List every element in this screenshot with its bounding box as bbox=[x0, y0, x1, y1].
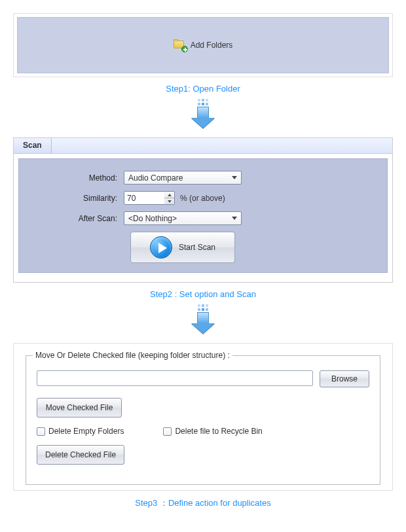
browse-button[interactable]: Browse bbox=[320, 370, 369, 387]
step3-groupbox: Move Or Delete Checked file (keeping fol… bbox=[26, 355, 380, 485]
method-value: Audio Compare bbox=[128, 173, 183, 183]
spinner-down-icon[interactable] bbox=[164, 198, 174, 204]
add-folders-label: Add Folders bbox=[191, 41, 233, 50]
delete-empty-label: Delete Empty Folders bbox=[48, 427, 124, 436]
arrow-down-icon bbox=[13, 99, 393, 128]
recycle-label: Delete file to Recycle Bin bbox=[175, 427, 262, 436]
start-scan-label: Start Scan bbox=[179, 243, 215, 252]
after-scan-select[interactable]: <Do Nothing> bbox=[124, 211, 242, 225]
step3-panel: Move Or Delete Checked file (keeping fol… bbox=[13, 343, 393, 491]
scan-body: Method: Audio Compare Similarity: 70 % (… bbox=[18, 158, 388, 273]
spinner-up-icon[interactable] bbox=[164, 192, 174, 198]
step2-panel: Scan Method: Audio Compare Similarity: 7… bbox=[13, 137, 393, 283]
method-label: Method: bbox=[32, 173, 124, 183]
step3-caption: Step3 ：Define action for duplicates bbox=[13, 497, 393, 509]
similarity-input[interactable]: 70 bbox=[124, 191, 166, 205]
checkbox-box-icon bbox=[163, 427, 172, 436]
after-scan-label: After Scan: bbox=[32, 214, 124, 223]
step2-caption: Step2 : Set option and Scan bbox=[13, 289, 393, 299]
step3-group-title: Move Or Delete Checked file (keeping fol… bbox=[33, 351, 232, 360]
add-folders-button[interactable]: Add Folders bbox=[174, 39, 233, 51]
step1-caption: Step1: Open Folder bbox=[13, 84, 393, 94]
recycle-checkbox[interactable]: Delete file to Recycle Bin bbox=[163, 427, 262, 436]
similarity-spinner[interactable] bbox=[164, 191, 175, 205]
delete-checked-button[interactable]: Delete Checked File bbox=[37, 445, 124, 465]
step1-box: Add Folders bbox=[17, 17, 389, 73]
checkbox-box-icon bbox=[37, 427, 45, 436]
after-scan-value: <Do Nothing> bbox=[128, 214, 177, 223]
play-icon bbox=[150, 236, 172, 258]
scan-header: Scan bbox=[14, 138, 392, 154]
folder-plus-icon bbox=[174, 39, 187, 51]
method-select[interactable]: Audio Compare bbox=[124, 171, 242, 185]
scan-tab[interactable]: Scan bbox=[14, 138, 52, 153]
step1-panel: Add Folders bbox=[13, 13, 393, 77]
delete-empty-checkbox[interactable]: Delete Empty Folders bbox=[37, 427, 124, 436]
path-input[interactable] bbox=[37, 370, 313, 386]
similarity-value: 70 bbox=[127, 194, 136, 203]
similarity-label: Similarity: bbox=[32, 194, 124, 203]
arrow-down-icon bbox=[13, 304, 393, 334]
similarity-suffix: % (or above) bbox=[180, 194, 225, 203]
start-scan-button[interactable]: Start Scan bbox=[130, 232, 235, 263]
move-checked-button[interactable]: Move Checked File bbox=[37, 398, 122, 417]
